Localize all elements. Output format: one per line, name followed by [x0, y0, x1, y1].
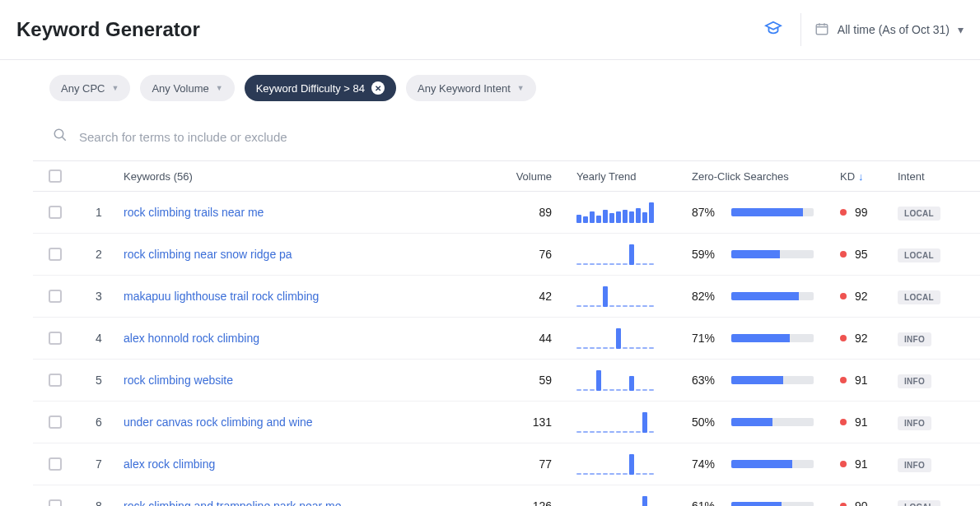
- filter-volume[interactable]: Any Volume ▼: [140, 75, 234, 101]
- row-checkbox[interactable]: [49, 499, 62, 506]
- zero-click-cell: 50%: [692, 415, 832, 429]
- keyword-link[interactable]: rock climbing near snow ridge pa: [124, 248, 354, 261]
- kd-cell: 92: [840, 332, 868, 345]
- trend-bar: [596, 431, 601, 433]
- row-number: 2: [77, 248, 120, 261]
- page-header: Keyword Generator All time (As of Oct 31…: [0, 0, 980, 60]
- row-number: 4: [77, 332, 120, 345]
- row-checkbox[interactable]: [49, 415, 62, 429]
- trend-bar: [576, 389, 581, 391]
- trend-bar: [576, 305, 581, 307]
- keyword-link[interactable]: makapuu lighthouse trail rock climbing: [124, 290, 354, 303]
- trend-bar: [629, 347, 634, 349]
- intent-badge: INFO: [898, 458, 931, 472]
- filter-difficulty[interactable]: Keyword Difficulty > 84 ✕: [245, 75, 396, 101]
- trend-bar: [642, 347, 647, 349]
- trend-bar: [642, 496, 647, 506]
- academy-icon[interactable]: [759, 14, 787, 45]
- trend-sparkline: [576, 495, 684, 506]
- zero-click-pct: 74%: [692, 457, 721, 471]
- keyword-link[interactable]: rock climbing and trampoline park near m…: [124, 499, 354, 506]
- date-range-picker[interactable]: All time (As of Oct 31) ▾: [800, 13, 964, 46]
- svg-rect-0: [816, 24, 828, 34]
- kd-value: 91: [855, 415, 868, 429]
- filter-intent[interactable]: Any Keyword Intent ▼: [406, 75, 536, 101]
- kd-value: 95: [855, 248, 868, 261]
- search-bar: [33, 116, 980, 161]
- trend-bar: [616, 305, 621, 307]
- col-kd[interactable]: KD ↓: [832, 170, 889, 183]
- col-intent[interactable]: Intent: [889, 170, 980, 183]
- table-row: 7alex rock climbing7774%91INFO: [33, 443, 980, 485]
- trend-bar: [636, 473, 641, 475]
- trend-bar: [636, 347, 641, 349]
- zero-click-cell: 71%: [692, 332, 832, 345]
- date-range-label: All time (As of Oct 31): [838, 23, 950, 36]
- trend-bar: [623, 347, 628, 349]
- progress-bar: [731, 418, 814, 426]
- trend-bar: [629, 305, 634, 307]
- volume-value: 44: [494, 332, 568, 345]
- zero-click-cell: 63%: [692, 374, 832, 387]
- difficulty-dot-icon: [840, 335, 847, 341]
- difficulty-dot-icon: [840, 419, 847, 425]
- keyword-link[interactable]: under canvas rock climbing and wine: [124, 415, 354, 429]
- row-checkbox[interactable]: [49, 332, 62, 345]
- trend-bar: [596, 473, 601, 475]
- table-row: 5rock climbing website5963%91INFO: [33, 360, 980, 402]
- zero-click-pct: 82%: [692, 290, 721, 303]
- row-checkbox[interactable]: [49, 457, 62, 471]
- filter-label: Keyword Difficulty > 84: [256, 82, 365, 95]
- trend-sparkline: [576, 244, 684, 265]
- close-icon[interactable]: ✕: [371, 81, 385, 95]
- intent-badge: INFO: [898, 332, 931, 346]
- svg-point-1: [54, 129, 63, 138]
- trend-bar: [616, 389, 621, 391]
- zero-click-cell: 61%: [692, 499, 832, 506]
- row-checkbox[interactable]: [49, 290, 62, 303]
- calendar-icon: [814, 21, 829, 39]
- trend-bar: [609, 389, 614, 391]
- col-trend[interactable]: Yearly Trend: [568, 170, 684, 183]
- filter-label: Any CPC: [61, 82, 105, 95]
- trend-bar: [629, 211, 634, 223]
- row-checkbox[interactable]: [49, 374, 62, 387]
- search-input[interactable]: [79, 130, 408, 144]
- select-all-checkbox[interactable]: [49, 169, 62, 183]
- volume-value: 126: [494, 499, 568, 506]
- table-row: 3makapuu lighthouse trail rock climbing4…: [33, 276, 980, 318]
- difficulty-dot-icon: [840, 377, 847, 383]
- filter-bar: Any CPC ▼ Any Volume ▼ Keyword Difficult…: [33, 60, 980, 116]
- trend-bar: [649, 202, 654, 223]
- keyword-link[interactable]: alex rock climbing: [124, 457, 354, 471]
- keyword-link[interactable]: rock climbing trails near me: [124, 206, 354, 219]
- col-keywords[interactable]: Keywords (56): [120, 170, 494, 183]
- trend-bar: [642, 263, 647, 265]
- kd-cell: 91: [840, 415, 868, 429]
- trend-bar: [583, 431, 588, 433]
- keyword-link[interactable]: rock climbing website: [124, 374, 354, 387]
- row-checkbox[interactable]: [49, 206, 62, 219]
- zero-click-pct: 59%: [692, 248, 721, 261]
- trend-bar: [636, 263, 641, 265]
- trend-bar: [629, 454, 634, 475]
- trend-bar: [609, 347, 614, 349]
- difficulty-dot-icon: [840, 461, 847, 467]
- row-checkbox[interactable]: [49, 248, 62, 261]
- trend-bar: [596, 305, 601, 307]
- zero-click-cell: 59%: [692, 248, 832, 261]
- table-row: 6under canvas rock climbing and wine1315…: [33, 402, 980, 443]
- col-volume[interactable]: Volume: [494, 170, 568, 183]
- trend-bar: [603, 389, 608, 391]
- filter-cpc[interactable]: Any CPC ▼: [49, 75, 130, 101]
- intent-badge: LOCAL: [898, 290, 940, 304]
- col-zero-click[interactable]: Zero-Click Searches: [684, 170, 832, 183]
- trend-bar: [583, 389, 588, 391]
- difficulty-dot-icon: [840, 251, 847, 258]
- keyword-link[interactable]: alex honnold rock climbing: [124, 332, 354, 345]
- difficulty-dot-icon: [840, 209, 847, 216]
- trend-bar: [649, 389, 654, 391]
- intent-badge: LOCAL: [898, 248, 940, 262]
- trend-bar: [649, 473, 654, 475]
- trend-bar: [609, 431, 614, 433]
